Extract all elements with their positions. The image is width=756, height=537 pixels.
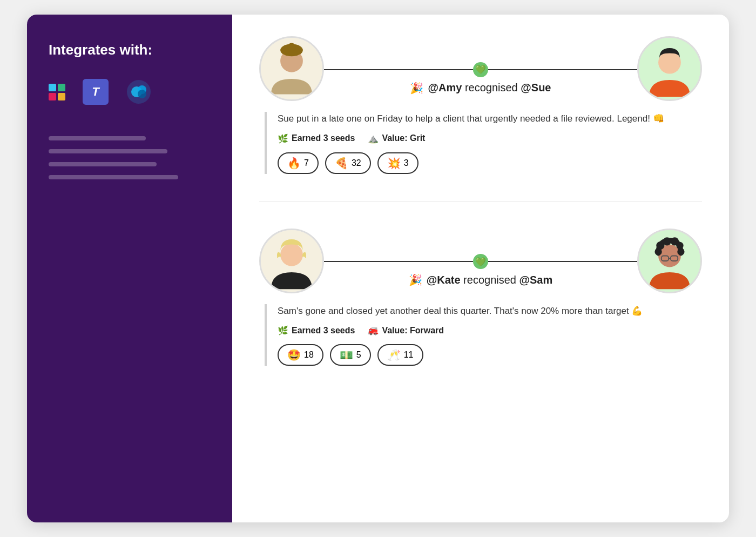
menu-line-1 [49,136,146,140]
reaction-fire-emoji: 🔥 [287,157,301,170]
value-icon-2: 🚒 [368,325,379,335]
sender-avatar-2 [259,229,324,293]
slack-block [49,93,56,100]
value-item-1: ⛰️ Value: Grit [368,133,425,144]
reactions-row-1: 🔥 7 🍕 32 💥 3 [278,152,702,174]
heart-icon-2: 💚 [473,254,488,269]
receiver-avatar-1 [637,36,702,101]
slack-block [58,93,65,100]
svg-point-3 [138,90,146,98]
seeds-item-1: 🌿 Earned 3 seeds [278,133,355,144]
line-left-1 [324,69,473,70]
svg-point-11 [659,52,680,73]
line-right-1 [488,69,637,70]
reaction-explosion-emoji: 💥 [387,157,401,170]
reaction-fire[interactable]: 🔥 7 [278,152,319,174]
seeds-label-2: Earned 3 seeds [292,326,355,335]
menu-lines [49,136,211,179]
value-item-2: 🚒 Value: Forward [368,325,444,335]
reaction-star-eyes-emoji: 🤩 [287,348,301,361]
reaction-cheers[interactable]: 🥂 11 [377,344,423,366]
recognition-meta-1: 🌿 Earned 3 seeds ⛰️ Value: Grit [278,133,702,144]
sender-avatar-1 [259,36,324,101]
sidebar-title: Integrates with: [49,42,211,58]
menu-line-4 [49,175,178,179]
app-container: Integrates with: T [27,15,729,522]
recognition-body-1: Sue put in a late one on Friday to help … [265,112,702,174]
recognition-header-1: 💚 🎉 @Amy recognised @Sue [259,36,702,101]
card-divider [259,201,702,202]
reaction-fire-count: 7 [304,158,309,168]
reaction-star-eyes-count: 18 [304,350,314,360]
reaction-money-count: 5 [356,350,361,360]
svg-point-8 [287,43,295,51]
reaction-pizza[interactable]: 🍕 32 [325,152,371,174]
svg-point-21 [676,241,683,249]
connector-area-1: 💚 🎉 @Amy recognised @Sue [324,43,637,95]
slack-icon [49,84,65,100]
recognition-icon-1: 🎉 [410,82,423,95]
reactions-row-2: 🤩 18 💵 5 🥂 11 [278,344,702,366]
recognition-label-2: 🎉 @Kate recognised @Sam [409,273,553,286]
recognition-text-2: @Kate recognised @Sam [427,274,553,286]
svg-point-23 [677,248,684,255]
value-icon-1: ⛰️ [368,133,379,144]
reaction-explosion-count: 3 [404,158,409,168]
reaction-money-emoji: 💵 [340,348,353,361]
teams-icon: T [83,79,109,105]
reaction-cheers-count: 11 [404,350,414,360]
reaction-money[interactable]: 💵 5 [330,344,371,366]
heart-icon-1: 💚 [473,62,488,77]
connector-line-2: 💚 [324,254,637,269]
reaction-explosion[interactable]: 💥 3 [377,152,418,174]
sidebar: Integrates with: T [27,15,232,522]
value-label-1: Value: Grit [382,133,425,143]
recognition-card-2: 💚 🎉 @Kate recognised @Sam [259,229,702,366]
svg-point-22 [654,248,662,255]
recognition-meta-2: 🌿 Earned 3 seeds 🚒 Value: Forward [278,325,702,335]
seeds-label-1: Earned 3 seeds [292,133,355,143]
main-content: 💚 🎉 @Amy recognised @Sue [232,15,729,522]
slack-block [58,84,65,91]
svg-point-14 [281,244,302,265]
recognition-text-1: @Amy recognised @Sue [428,82,551,94]
seeds-icon-2: 🌿 [278,325,288,335]
reaction-cheers-emoji: 🥂 [387,348,401,361]
recognition-card-1: 💚 🎉 @Amy recognised @Sue [259,36,702,174]
svg-point-19 [663,237,671,245]
recognition-icon-2: 🎉 [409,273,422,286]
receiver-avatar-2 [637,229,702,293]
seeds-icon-1: 🌿 [278,133,288,144]
webex-icon [126,79,152,105]
slack-block [49,84,56,91]
recognition-message-1: Sue put in a late one on Friday to help … [278,112,702,126]
seeds-item-2: 🌿 Earned 3 seeds [278,325,355,335]
recognition-body-2: Sam's gone and closed yet another deal t… [265,304,702,366]
connector-line-1: 💚 [324,62,637,77]
reaction-pizza-emoji: 🍕 [335,157,348,170]
menu-line-2 [49,149,167,153]
connector-area-2: 💚 🎉 @Kate recognised @Sam [324,235,637,286]
line-left-2 [324,261,473,262]
integrations-row: T [49,79,211,105]
line-right-2 [488,261,637,262]
reaction-star-eyes[interactable]: 🤩 18 [278,344,323,366]
reaction-pizza-count: 32 [352,158,361,168]
menu-line-3 [49,162,157,166]
recognition-label-1: 🎉 @Amy recognised @Sue [410,82,551,95]
recognition-message-2: Sam's gone and closed yet another deal t… [278,304,702,318]
recognition-header-2: 💚 🎉 @Kate recognised @Sam [259,229,702,293]
value-label-2: Value: Forward [382,326,444,335]
